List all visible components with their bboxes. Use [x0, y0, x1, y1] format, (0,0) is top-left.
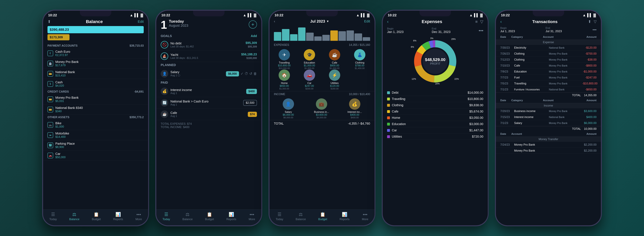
goal-no-debt[interactable]: 🚫 No debt Last 30 days: $1,462 $95,309$9…: [156, 39, 261, 51]
share-icon[interactable]: ⬆: [48, 19, 51, 24]
account-cash-euro[interactable]: €Cash Euro€2,372.97: [43, 48, 148, 59]
tx-travelling[interactable]: 7/5/23 Travelling Money Pro Bank -$10,80…: [496, 81, 601, 87]
legend-clothing[interactable]: Clothing $9,838.00: [387, 102, 483, 109]
check-icon[interactable]: ✓: [240, 72, 244, 76]
status-icons-4: ▲ ▌▌ ▓: [469, 13, 483, 17]
goal-yacht[interactable]: ⛵ Yacht Last 30 days: -$11,241.5 $56,188…: [156, 51, 261, 62]
expense-home[interactable]: 🏠 Home $650.00 $1,500.00: [272, 70, 297, 90]
tx-begin[interactable]: Begin Jul 1, 2023: [500, 27, 515, 33]
tx-clothing-2[interactable]: 7/12/23 Clothing Money Pro Bank -$38.00: [496, 57, 601, 63]
expense-clothing[interactable]: 👗 Clothing $788.00 $1,400.00: [347, 49, 372, 70]
asset-car[interactable]: 🚗Car$50,000: [43, 150, 148, 161]
tx-business-income[interactable]: 7/20/23 Business income Money Pro Bank $…: [496, 108, 601, 114]
paid-cafe[interactable]: ☕ Cafe Aug 1 $74: [156, 109, 261, 120]
signal-icon-5: ▌▌: [587, 13, 592, 17]
today-header: 1 Tuesday August 2023 +: [156, 18, 261, 33]
back-button-4[interactable]: ‹: [387, 19, 388, 24]
nav-more-2[interactable]: •••More: [249, 212, 255, 221]
back-button-5[interactable]: ‹: [500, 19, 502, 24]
begin-date[interactable]: Begin Jan 1, 2023: [387, 27, 404, 34]
tx-furniture[interactable]: 7/1/23 Furniture / Accessories National …: [496, 87, 601, 93]
tx-electricity[interactable]: 7/30/23 Electricity National Bank -$120.…: [496, 45, 601, 51]
utilities-amount: $720.00: [472, 135, 483, 138]
balance-screen: 10:22 ▲ ▌▌ ▓ ⬆ Balance Edit $390,488.23 …: [43, 11, 148, 225]
nav-more-1[interactable]: •••More: [136, 212, 142, 221]
filter-icon[interactable]: ▽: [480, 19, 483, 24]
legend-home[interactable]: Home $3,050.00: [387, 115, 483, 121]
battery-icon-3: ▓: [367, 13, 370, 17]
asset-motorbike[interactable]: 🏍Motorbike$14,400: [43, 130, 148, 140]
pct-6b: 6%: [413, 39, 416, 42]
prev-month-button[interactable]: ‹: [274, 19, 275, 23]
tx-clothing-1[interactable]: 7/26/23 Clothing Money Pro Bank -$700.00: [496, 51, 601, 57]
nav-today-2[interactable]: ☰Today: [162, 212, 170, 221]
account-national-bank[interactable]: 💳National Bank$15,410: [43, 69, 148, 79]
legend-car[interactable]: Car $1,447.00: [387, 127, 483, 133]
nav-today-3[interactable]: ☰Today: [276, 212, 283, 221]
add-goal-button[interactable]: Add: [251, 34, 257, 38]
chevron-down-icon[interactable]: ▼: [326, 20, 329, 23]
yacht-info: Yacht Last 30 days: -$11,241.5: [170, 53, 198, 59]
asset-bike[interactable]: 🚲Bike$1,000: [43, 120, 148, 130]
filter-icon-5[interactable]: ▽: [594, 19, 596, 24]
legend-utilities[interactable]: Utilities $720.00: [387, 133, 483, 140]
notch-1: [80, 11, 111, 16]
budget-nav-icon-2: 📋: [207, 212, 212, 217]
cc-money-pro[interactable]: 💳Money Pro Bank$5,031: [43, 94, 148, 105]
tx-education[interactable]: 7/9/23 Education Money Pro Bank -$1,000.…: [496, 69, 601, 75]
nav-budget-2[interactable]: 📋Budget: [205, 212, 214, 221]
account-money-pro-bank[interactable]: 🏦Money Pro Bank$17,679: [43, 59, 148, 69]
account-cash[interactable]: $Cash$4,020: [43, 79, 148, 89]
tx-interest-income[interactable]: 7/15/23 Interest income National Bank $4…: [496, 114, 601, 120]
edit-button[interactable]: Edit: [138, 20, 144, 24]
filter-list-icon[interactable]: ≡: [475, 19, 478, 24]
nav-reports-2[interactable]: 📊Reports: [226, 212, 236, 221]
tx-transfer-2[interactable]: Money Pro Bank $2,200.00: [496, 148, 601, 154]
budget-edit-button[interactable]: Edit: [364, 19, 370, 23]
paid-transfer[interactable]: 🔄 National Bank > Cash Euro Aug 1 $2,500: [156, 97, 261, 109]
expense-cafe[interactable]: ☕ Cafe $800.00 $1,000.00: [322, 49, 347, 70]
nav-reports-3[interactable]: 📊Reports: [340, 212, 350, 221]
other-assets-header: OTHER ASSETS $350,773.2: [43, 115, 148, 120]
expense-travelling[interactable]: ✈ Travelling $10,800.00 $10,000.00: [272, 49, 297, 70]
nav-today-1[interactable]: ☰Today: [49, 212, 57, 221]
paid-interest[interactable]: 💰 Interest income Aug 1 $400: [156, 86, 261, 97]
legend-debt[interactable]: Debt $14,000.00: [387, 90, 483, 96]
business-icon: 💼: [316, 98, 327, 110]
add-entry-button[interactable]: +: [249, 20, 257, 28]
tx-salary[interactable]: 7/1/23 Salary Money Pro Bank $6,000.00: [496, 120, 601, 126]
legend-cafe[interactable]: Cafe $5,674.00: [387, 109, 483, 115]
expense-car[interactable]: 🚗 Car $247.00 $200.00: [297, 70, 322, 90]
nav-more-3[interactable]: •••More: [362, 212, 368, 221]
asset-parking[interactable]: 🅿Parking Place$8,900: [43, 140, 148, 150]
nav-budget-1[interactable]: 📋Budget: [92, 212, 101, 221]
tx-end[interactable]: End Jul 31, 2023: [546, 27, 562, 33]
delete-icon[interactable]: 🗑: [254, 72, 257, 76]
share-icon-5[interactable]: ⬆: [588, 19, 591, 24]
legend-education[interactable]: Education $3,000.00: [387, 121, 483, 127]
chart-bar: [274, 32, 281, 41]
tx-transfer-1[interactable]: 7/24/23 Money Pro Bank $2,200.00: [496, 142, 601, 148]
more-options-icon[interactable]: •••: [479, 28, 483, 33]
repeat-icon[interactable]: ↺: [249, 72, 252, 76]
planned-salary[interactable]: 👤 Salary Aug 1 ⓘ $6,000 ✓ ⏱ ↺ 🗑: [156, 68, 261, 80]
nav-reports-1[interactable]: 📊Reports: [113, 212, 123, 221]
nav-budget-3[interactable]: 📋Budget: [318, 212, 327, 221]
legend-travelling[interactable]: Travelling $10,800.00: [387, 96, 483, 102]
end-date[interactable]: End Dec 31, 2023: [432, 27, 450, 34]
income-interest[interactable]: 💰 Interest inc... $400.00 $400.00: [338, 98, 371, 119]
expense-education[interactable]: 🎓 Education $1,000.00 $1,000.00: [297, 49, 322, 70]
income-business[interactable]: 💼 Business in... $3,600.00 $4,000.00: [305, 98, 338, 119]
tx-more-icon[interactable]: •••: [592, 28, 596, 32]
cc-national-bank-8340[interactable]: 💳National Bank 8340$340: [43, 105, 148, 115]
income-salary[interactable]: 👤 Salary $6,000.00 $6,000.00: [272, 98, 305, 119]
nav-balance-3[interactable]: ⚖Balance: [296, 212, 306, 221]
clock-icon[interactable]: ⏱: [245, 72, 248, 76]
nav-balance-2[interactable]: ⚖Balance: [182, 212, 192, 221]
tx-cafe[interactable]: 7/10/23 Cafe Money Pro Bank -$800.00: [496, 63, 601, 69]
tx-fuel[interactable]: 7/7/23 Fuel Money Pro Bank -$247.00: [496, 75, 601, 81]
expense-utilities[interactable]: ⚡ Utilities $120.00 $160.00: [322, 70, 347, 90]
tx-table-header-2: Date Category Account Amount: [496, 98, 601, 103]
th-date-2: Date: [500, 99, 511, 102]
nav-balance-1[interactable]: ⚖Balance: [69, 212, 80, 221]
